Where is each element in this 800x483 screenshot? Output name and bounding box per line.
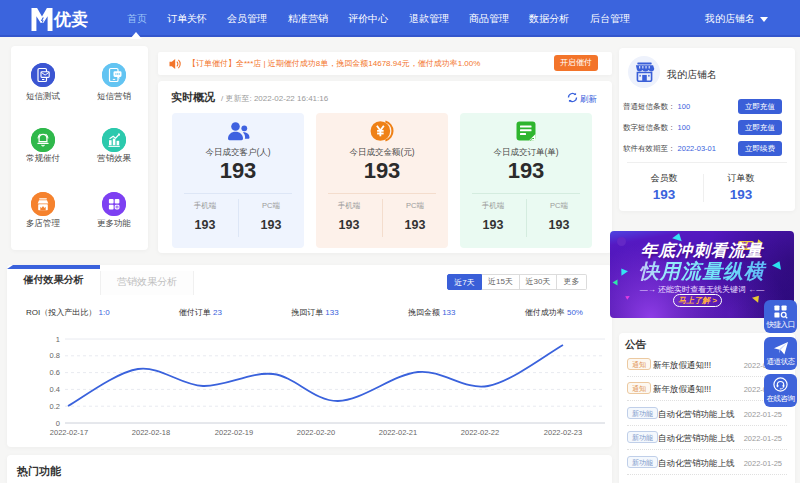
svg-text:2022-02-19: 2022-02-19 — [215, 428, 253, 437]
svg-text:0.2: 0.2 — [50, 402, 60, 411]
svg-text:0.6: 0.6 — [50, 368, 60, 377]
svg-text:2022-02-20: 2022-02-20 — [297, 428, 335, 437]
svg-text:2022-02-21: 2022-02-21 — [379, 428, 417, 437]
svg-text:0: 0 — [56, 419, 60, 428]
svg-text:1: 1 — [56, 335, 60, 344]
svg-text:2022-02-18: 2022-02-18 — [132, 428, 170, 437]
svg-text:0.4: 0.4 — [50, 385, 60, 394]
svg-text:0.8: 0.8 — [50, 351, 60, 360]
svg-text:2022-02-22: 2022-02-22 — [461, 428, 499, 437]
svg-text:2022-02-23: 2022-02-23 — [544, 428, 582, 437]
svg-text:2022-02-17: 2022-02-17 — [50, 428, 88, 437]
